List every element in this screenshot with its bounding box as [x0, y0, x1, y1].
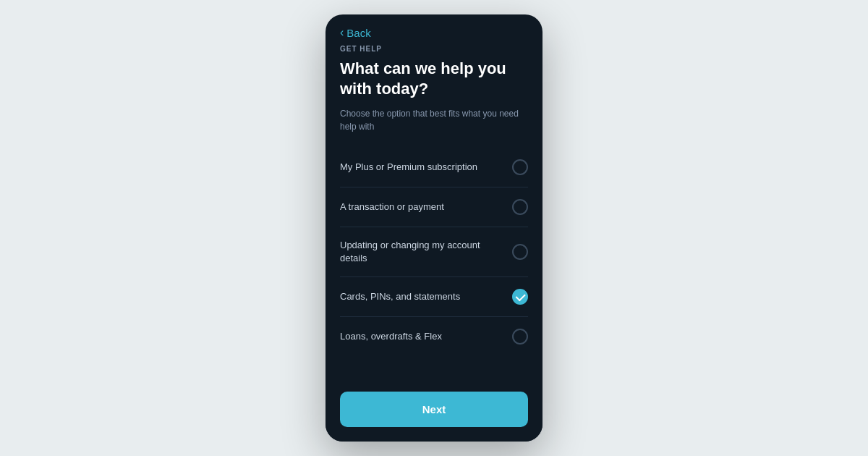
option-account-details-label: Updating or changing my account details [340, 239, 512, 265]
content-area: GET HELP What can we help you with today… [326, 45, 542, 383]
option-loans-radio [512, 329, 528, 345]
next-button[interactable]: Next [340, 392, 528, 427]
option-transaction-label: A transaction or payment [340, 200, 512, 214]
get-help-label: GET HELP [340, 45, 528, 53]
option-subscription[interactable]: My Plus or Premium subscription [340, 148, 528, 187]
next-button-area: Next [326, 383, 542, 442]
option-loans[interactable]: Loans, overdrafts & Flex [340, 317, 528, 356]
back-chevron-icon: ‹ [340, 26, 344, 39]
options-list: My Plus or Premium subscription A transa… [340, 148, 528, 356]
option-subscription-label: My Plus or Premium subscription [340, 161, 512, 174]
option-transaction-radio [512, 199, 528, 215]
option-account-details-radio [512, 244, 528, 260]
option-subscription-radio [512, 159, 528, 175]
back-bar: ‹ Back [326, 14, 542, 45]
option-cards-pins[interactable]: Cards, PINs, and statements [340, 277, 528, 317]
back-button[interactable]: Back [346, 27, 370, 39]
option-transaction[interactable]: A transaction or payment [340, 187, 528, 227]
phone-container: ‹ Back GET HELP What can we help you wit… [326, 14, 542, 442]
page-title: What can we help you with today? [340, 59, 528, 98]
option-account-details[interactable]: Updating or changing my account details [340, 227, 528, 277]
option-cards-pins-radio [512, 289, 528, 305]
page-subtitle: Choose the option that best fits what yo… [340, 107, 528, 133]
option-cards-pins-label: Cards, PINs, and statements [340, 290, 512, 303]
option-loans-label: Loans, overdrafts & Flex [340, 330, 512, 343]
